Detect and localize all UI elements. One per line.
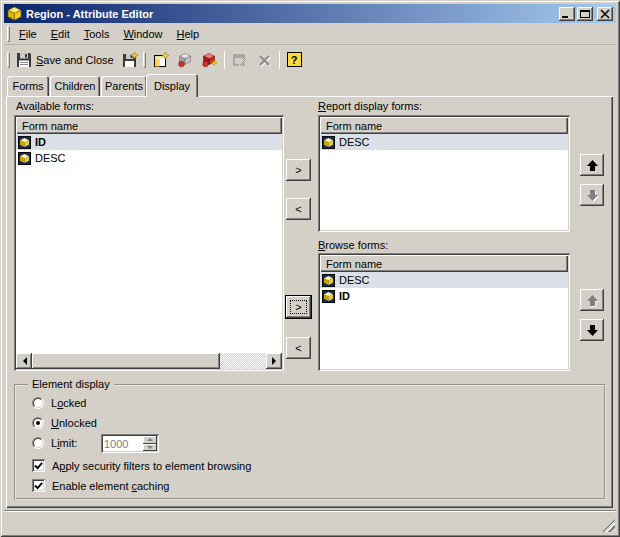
red-cube-button[interactable] [197,50,221,70]
available-forms-rows: ID DESC [16,134,282,353]
save-as-button[interactable] [118,50,142,70]
available-forms-list: Form name ID [14,115,284,371]
limit-spinner [101,434,159,453]
titlebar[interactable]: Region - Attribute Editor [4,4,616,23]
radio-row-limit[interactable]: Limit: [32,437,77,449]
form-icon [18,152,31,165]
checkbox-row-security[interactable]: Apply security filters to element browsi… [32,459,251,472]
toolbar-grip[interactable] [7,52,10,68]
radio-row-locked[interactable]: Locked [32,397,87,409]
available-forms-column-header[interactable]: Form name [16,117,282,134]
help-button[interactable]: ? [283,50,306,69]
scroll-right-button[interactable] [266,353,282,369]
close-button[interactable] [597,7,613,21]
help-icon: ? [287,52,302,67]
edit-button-disabled [228,50,252,70]
spin-up-button [143,436,157,444]
triangle-left-icon [19,357,27,365]
browse-remove-button[interactable]: < [286,337,311,359]
available-forms-label: Available forms: [16,100,94,112]
radio-locked-label[interactable]: Locked [51,397,87,409]
form-icon [322,274,335,287]
checkbox-caching-label[interactable]: Enable element caching [52,480,169,492]
radio-limit-label[interactable]: Limit: [51,437,77,449]
browse-move-down-button[interactable] [580,319,604,341]
browse-add-button[interactable]: > [286,296,311,318]
form-icon [18,136,31,149]
report-move-up-button[interactable] [580,154,604,176]
tab-children[interactable]: Children [50,76,100,96]
display-tab-page: Available forms: Form name ID [6,96,613,508]
attribute-editor-window: Region - Attribute Editor File Edit Tool… [0,0,620,537]
list-item-id[interactable]: ID [16,134,282,150]
arrow-down-icon [586,324,599,337]
gray-cube-button[interactable] [173,50,197,70]
spin-down-icon [147,446,153,452]
save-icon [16,52,32,68]
status-divider [4,510,616,512]
checkbox-row-caching[interactable]: Enable element caching [32,479,169,492]
radio-unlocked[interactable] [32,417,44,429]
check-icon [34,461,43,470]
list-item-desc[interactable]: DESC [320,134,568,150]
report-add-button[interactable]: > [286,159,311,181]
toolbar-separator-2 [279,51,280,69]
radio-limit[interactable] [32,437,44,449]
checkbox-caching[interactable] [32,479,45,492]
menu-file[interactable]: File [12,25,44,43]
form-icon [322,136,335,149]
resize-grip[interactable] [602,519,615,532]
radio-unlocked-label[interactable]: Unlocked [51,417,97,429]
scroll-left-button[interactable] [16,353,32,369]
spinner-buttons [143,436,157,451]
menu-window[interactable]: Window [116,25,169,43]
scrollbar-thumb[interactable] [32,353,220,369]
toolbar-grip-2[interactable] [143,52,146,68]
tab-forms[interactable]: Forms [7,76,49,96]
edit-disabled-icon [232,52,248,68]
horizontal-scrollbar[interactable] [16,353,282,369]
minimize-button[interactable] [559,7,575,21]
close-icon [599,9,611,19]
save-and-close-button[interactable]: Save and Close [12,50,118,70]
browse-forms-label: Browse forms: [318,239,388,251]
toolbar-separator [224,51,225,69]
list-item-id[interactable]: ID [320,288,568,304]
triangle-right-icon [272,357,280,365]
radio-row-unlocked[interactable]: Unlocked [32,417,97,429]
checkbox-security-label[interactable]: Apply security filters to element browsi… [52,460,251,472]
arrow-up-icon [586,294,599,307]
maximize-button[interactable] [577,7,593,21]
arrow-down-icon [586,189,599,202]
toolbar: Save and Close [4,45,616,74]
arrow-up-icon [586,159,599,172]
tab-display[interactable]: Display [146,74,198,97]
list-item-desc[interactable]: DESC [16,150,282,166]
menu-edit[interactable]: Edit [44,25,77,43]
tab-parents[interactable]: Parents [101,76,147,96]
delete-disabled-icon [256,52,272,68]
element-display-title: Element display [28,378,114,390]
spin-down-button [143,444,157,452]
new-form-icon [153,52,169,68]
cube-gray-icon [177,52,193,68]
report-forms-column-header[interactable]: Form name [320,117,568,134]
radio-locked[interactable] [32,397,44,409]
browse-forms-rows: DESC ID [320,272,568,369]
new-form-button[interactable] [149,50,173,70]
list-item-desc[interactable]: DESC [320,272,568,288]
menubar-grip[interactable] [7,26,10,42]
cube-red-icon [201,52,217,68]
report-remove-button[interactable]: < [286,198,311,220]
delete-button-disabled [252,50,276,70]
menu-tools[interactable]: Tools [77,25,117,43]
maximize-icon [579,9,591,19]
save-as-icon [122,52,138,68]
element-display-group: Element display Locked Unlocked Limit: [14,384,606,500]
checkbox-security[interactable] [32,459,45,472]
menu-bar: File Edit Tools Window Help [4,23,616,45]
minimize-icon [561,9,573,19]
window-title: Region - Attribute Editor [26,8,559,20]
menu-help[interactable]: Help [170,25,207,43]
browse-forms-column-header[interactable]: Form name [320,255,568,272]
